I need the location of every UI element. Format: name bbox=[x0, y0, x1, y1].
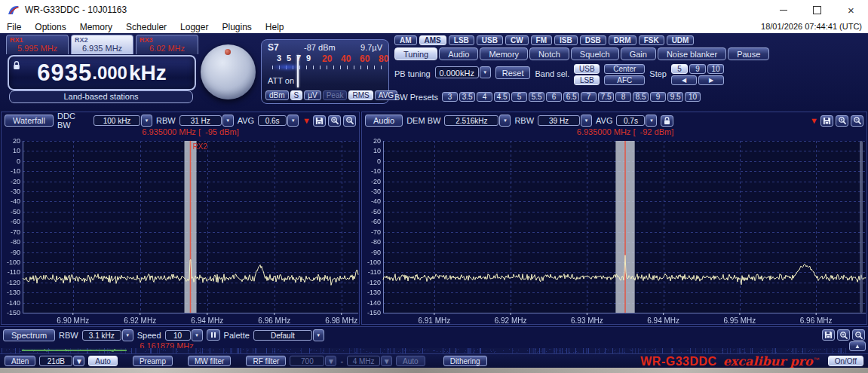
atten-value[interactable]: 21dB bbox=[39, 356, 72, 366]
tab-pause[interactable]: Pause bbox=[728, 47, 769, 60]
waterfall-rbw-value[interactable]: 3.1 kHz bbox=[82, 330, 121, 341]
waterfall-display[interactable] bbox=[2, 348, 847, 353]
mode-udm[interactable]: UDM bbox=[667, 35, 695, 45]
bw-preset-8.5[interactable]: 8.5 bbox=[633, 92, 649, 102]
mode-dsb[interactable]: DSB bbox=[580, 35, 606, 45]
dithering-button[interactable]: Dithering bbox=[443, 356, 487, 366]
marker-icon[interactable]: ▼ bbox=[302, 117, 311, 125]
tab-gain[interactable]: Gain bbox=[621, 47, 656, 60]
mode-am[interactable]: AM bbox=[394, 35, 417, 45]
scrollbar[interactable] bbox=[860, 141, 863, 313]
zoom-in-button[interactable] bbox=[836, 115, 848, 127]
waterfall-rbw-dropdown[interactable]: ▼ bbox=[122, 329, 133, 341]
band-usb-button[interactable]: USB bbox=[574, 64, 600, 74]
bw-preset-4.5[interactable]: 4.5 bbox=[494, 92, 510, 102]
frequency-display[interactable]: 6935.000kHz bbox=[8, 55, 196, 90]
close-button[interactable]: × bbox=[834, 0, 868, 20]
step-10-button[interactable]: 10 bbox=[707, 64, 724, 74]
rf-filter-high-value[interactable]: 4 MHz bbox=[347, 356, 380, 366]
mode-ams[interactable]: AMS bbox=[419, 35, 446, 45]
save-button[interactable] bbox=[820, 115, 833, 127]
tab-audio[interactable]: Audio bbox=[439, 47, 478, 60]
zoom-in-button[interactable] bbox=[837, 329, 850, 341]
palette-dropdown[interactable]: ▼ bbox=[313, 329, 324, 341]
mode-drm[interactable]: DRM bbox=[609, 35, 636, 45]
rf-filter-high-dropdown[interactable]: ▼ bbox=[381, 356, 392, 366]
field-value-ddc-bw[interactable]: 100 kHz bbox=[94, 115, 140, 126]
mode-cw[interactable]: CW bbox=[505, 35, 529, 45]
bw-preset-7[interactable]: 7 bbox=[581, 92, 597, 102]
rx-tab-rx1[interactable]: RX15.995 MHz bbox=[6, 35, 69, 54]
bw-preset-6[interactable]: 6 bbox=[546, 92, 562, 102]
tuning-knob[interactable] bbox=[201, 44, 256, 99]
zoom-out-button[interactable] bbox=[343, 115, 356, 127]
panel-tab-spectrum[interactable]: Spectrum bbox=[3, 329, 55, 341]
rx-tab-rx2[interactable]: RX26.935 MHz bbox=[71, 35, 133, 54]
menu-memory[interactable]: Memory bbox=[73, 22, 119, 32]
tab-memory[interactable]: Memory bbox=[480, 47, 528, 60]
bw-preset-3[interactable]: 3 bbox=[442, 92, 458, 102]
marker-icon[interactable]: ▼ bbox=[810, 117, 818, 125]
step-9-button[interactable]: 9 bbox=[689, 64, 706, 74]
mode-fsk[interactable]: FSK bbox=[639, 35, 664, 45]
band-lsb-button[interactable]: LSB bbox=[574, 75, 600, 85]
meter-btn-µv[interactable]: µV bbox=[304, 90, 321, 100]
dropdown-button[interactable]: ▼ bbox=[141, 115, 152, 127]
menu-options[interactable]: Options bbox=[28, 22, 72, 32]
atten-button[interactable]: Atten bbox=[5, 356, 35, 366]
bw-preset-9[interactable]: 9 bbox=[650, 92, 666, 102]
menu-file[interactable]: File bbox=[0, 22, 28, 32]
dropdown-button[interactable]: ▼ bbox=[287, 115, 299, 127]
step-down-button[interactable]: ◀ bbox=[671, 75, 697, 85]
field-value-rbw[interactable]: 39 Hz bbox=[538, 115, 580, 126]
center-button[interactable]: Center bbox=[604, 64, 645, 74]
audio-spectrum-display[interactable] bbox=[363, 137, 867, 324]
rf-filter-auto-button[interactable]: Auto bbox=[396, 356, 425, 366]
power-button[interactable]: On/Off bbox=[828, 356, 863, 366]
meter-btn-peak[interactable]: Peak bbox=[323, 90, 348, 100]
bw-preset-4[interactable]: 4 bbox=[477, 92, 492, 102]
bw-preset-5[interactable]: 5 bbox=[511, 92, 527, 102]
step-up-button[interactable]: ▶ bbox=[698, 75, 724, 85]
palette-value[interactable]: Default bbox=[253, 330, 312, 341]
panel-tab-audio[interactable]: Audio bbox=[365, 115, 403, 127]
field-value-dem-bw[interactable]: 2.516kHz bbox=[444, 115, 498, 126]
dropdown-button[interactable]: ▼ bbox=[581, 115, 592, 127]
bw-preset-9.5[interactable]: 9.5 bbox=[667, 92, 683, 102]
menu-plugins[interactable]: Plugins bbox=[215, 22, 258, 32]
bw-preset-10[interactable]: 10 bbox=[685, 92, 701, 102]
menu-logger[interactable]: Logger bbox=[173, 22, 215, 32]
pb-tuning-input[interactable]: 0.000kHz bbox=[435, 66, 479, 78]
atten-auto-button[interactable]: Auto bbox=[88, 356, 118, 366]
rf-spectrum-display[interactable] bbox=[2, 137, 360, 324]
field-value-avg[interactable]: 0.6s bbox=[258, 115, 287, 126]
dropdown-button[interactable]: ▼ bbox=[499, 115, 511, 127]
bw-preset-3.5[interactable]: 3.5 bbox=[459, 92, 475, 102]
tab-tuning[interactable]: Tuning bbox=[394, 47, 437, 60]
bw-preset-6.5[interactable]: 6.5 bbox=[563, 92, 579, 102]
maximize-button[interactable] bbox=[800, 0, 834, 20]
meter-btn-dbm[interactable]: dBm bbox=[265, 90, 289, 100]
rf-filter-button[interactable]: RF filter bbox=[246, 356, 286, 366]
tab-notch[interactable]: Notch bbox=[529, 47, 569, 60]
bw-preset-8[interactable]: 8 bbox=[615, 92, 631, 102]
field-value-avg[interactable]: 0.7s bbox=[616, 115, 645, 126]
mode-isb[interactable]: ISB bbox=[554, 35, 578, 45]
reset-button[interactable]: Reset bbox=[495, 66, 531, 79]
meter-btn-s[interactable]: S bbox=[290, 90, 303, 100]
zoom-in-button[interactable] bbox=[328, 115, 341, 127]
pause-button[interactable] bbox=[207, 329, 220, 341]
field-value-rbw[interactable]: 31 Hz bbox=[179, 115, 222, 126]
expand-panel-button[interactable]: ▲ bbox=[849, 341, 866, 351]
atten-dropdown[interactable]: ▼ bbox=[73, 356, 84, 366]
panel-tab-waterfall[interactable]: Waterfall bbox=[5, 115, 54, 127]
tab-squelch[interactable]: Squelch bbox=[571, 47, 619, 60]
bw-preset-5.5[interactable]: 5.5 bbox=[529, 92, 544, 102]
rx-tab-rx3[interactable]: RX36.02 MHz bbox=[136, 35, 198, 54]
zoom-out-button[interactable] bbox=[852, 329, 865, 341]
tab-noise-blanker[interactable]: Noise blanker bbox=[658, 47, 726, 60]
step-5-button[interactable]: 5 bbox=[671, 64, 688, 74]
mode-usb[interactable]: USB bbox=[477, 35, 503, 45]
mw-filter-button[interactable]: MW filter bbox=[188, 356, 231, 366]
dropdown-button[interactable]: ▼ bbox=[222, 115, 234, 127]
